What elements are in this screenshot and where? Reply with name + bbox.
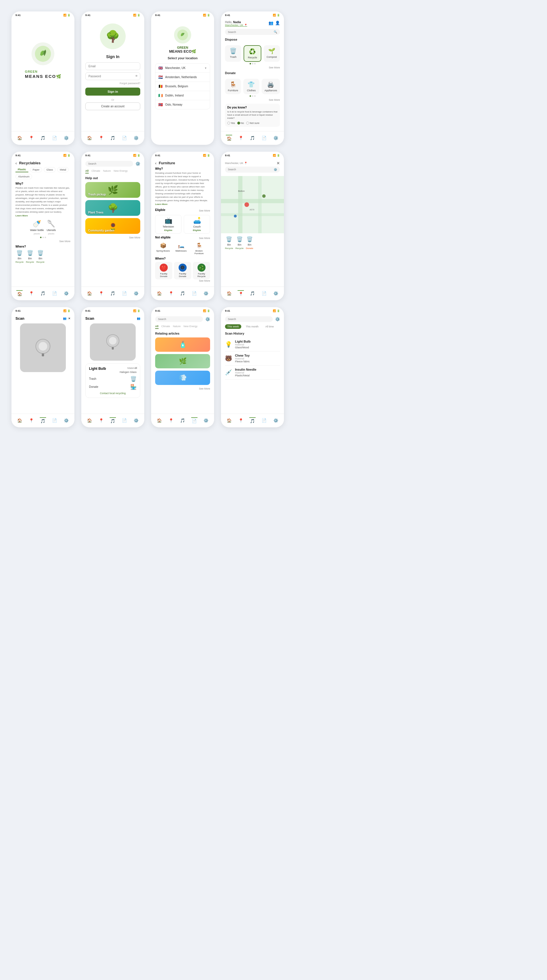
article-1[interactable]: 🌿 xyxy=(155,354,210,368)
location-item-4[interactable]: 🇳🇴 Oslo, Norway xyxy=(156,100,210,109)
dyk-yes[interactable]: Yes xyxy=(227,122,235,124)
donate-see-more[interactable]: See More xyxy=(225,99,280,101)
nav-news-2[interactable]: 📄 xyxy=(121,135,128,141)
nav-news-11[interactable]: 📄 xyxy=(191,417,197,423)
scan-share-icon[interactable]: 👥 xyxy=(63,317,67,320)
email-input[interactable] xyxy=(85,62,140,70)
nav-home-9[interactable]: 🏠 xyxy=(16,417,22,423)
tab-plastic[interactable]: Plastic xyxy=(16,167,28,172)
forgot-password[interactable]: Forgot password? xyxy=(85,82,140,85)
location-item-3[interactable]: 🇮🇪 Dublin, Ireland xyxy=(156,91,210,100)
nav-profile-5[interactable]: ⚙️ xyxy=(63,290,70,296)
action-trash-icon[interactable]: 🗑️ xyxy=(130,376,137,382)
articles-see-more[interactable]: See More xyxy=(155,387,210,390)
nav-profile-6[interactable]: ⚙️ xyxy=(133,290,139,296)
history-item-1[interactable]: 🐻 Chew Toy Material Fleece fabric xyxy=(225,352,280,366)
nav-profile-8[interactable]: ⚙️ xyxy=(273,290,279,296)
user-location[interactable]: Manchester, UK 📍 xyxy=(225,24,247,27)
nav-map-7[interactable]: 📍 xyxy=(168,290,174,296)
nav-profile-4[interactable]: ⚙️ xyxy=(273,135,279,141)
nav-profile-11[interactable]: ⚙️ xyxy=(203,417,209,423)
dyk-no[interactable]: No xyxy=(237,122,244,124)
nav-scan-5[interactable]: 🎵 xyxy=(40,290,46,296)
scan-close-icon[interactable]: ✕ xyxy=(68,317,70,320)
recyclables-see-more[interactable]: See More xyxy=(16,240,70,243)
nav-map-11[interactable]: 📍 xyxy=(168,417,174,423)
create-account-button[interactable]: Create an account xyxy=(85,102,140,110)
nav-scan-6[interactable]: 🎵 xyxy=(110,290,116,296)
map-close-btn[interactable]: ✕ xyxy=(277,161,280,165)
back-arrow[interactable]: ‹ xyxy=(16,161,17,165)
tab-nature[interactable]: Nature xyxy=(103,169,111,173)
nav-home-6[interactable]: 🏠 xyxy=(86,290,92,296)
articles-search[interactable] xyxy=(155,316,203,322)
donate-appliances[interactable]: 🖨️ Appliances xyxy=(262,79,280,94)
bin-recycle-1[interactable]: 🗑️ Bin Recycle xyxy=(16,250,24,263)
tab-paper[interactable]: Paper xyxy=(30,167,42,172)
tab-aluminum[interactable]: Aluminum xyxy=(16,174,32,179)
location-item-2[interactable]: 🇧🇪 Brussels, Belgium xyxy=(156,82,210,91)
learn-more-link[interactable]: Learn More xyxy=(16,215,28,217)
nav-news-7[interactable]: 📄 xyxy=(191,290,197,296)
nav-scan-7[interactable]: 🎵 xyxy=(180,290,186,296)
nav-news[interactable]: 📄 xyxy=(51,135,58,141)
helpout-search[interactable] xyxy=(85,161,133,167)
nav-news-6[interactable]: 📄 xyxy=(121,290,128,296)
map-filter-icon[interactable]: ⚙️ xyxy=(274,168,277,171)
signin-button[interactable]: Sign in xyxy=(85,88,140,95)
action-donate-icon[interactable]: 🏪 xyxy=(130,384,137,390)
nav-scan[interactable]: 🎵 xyxy=(40,135,46,141)
bin-recycle-3[interactable]: 🗑️ Bin Recycle xyxy=(37,250,45,263)
eye-icon[interactable]: 👁 xyxy=(135,75,138,78)
nav-scan-11[interactable]: 🎵 xyxy=(180,417,186,423)
nav-scan-9[interactable]: 🎵 xyxy=(40,417,46,423)
nav-profile-7[interactable]: ⚙️ xyxy=(203,290,209,296)
nav-map-4[interactable]: 📍 xyxy=(238,135,244,141)
dispose-trash[interactable]: 🗑️ Trash xyxy=(225,45,241,62)
nav-scan-10[interactable]: 🎵 xyxy=(110,417,116,423)
history-item-2[interactable]: 💉 Insulin Needle Material Plastic/Metal xyxy=(225,366,280,380)
result-close-icon[interactable]: ✕ xyxy=(135,366,138,370)
dispose-recycle[interactable]: ♻️ Recycle xyxy=(243,45,261,62)
nav-map-12[interactable]: 📍 xyxy=(238,417,244,423)
map-search-input[interactable] xyxy=(228,168,272,171)
eligible-see-more[interactable]: See More xyxy=(199,209,210,212)
nav-home-4[interactable]: 🏠 xyxy=(226,135,232,141)
dispose-see-more[interactable]: See More xyxy=(225,66,280,69)
nav-profile-10[interactable]: ⚙️ xyxy=(133,417,139,423)
nav-profile-9[interactable]: ⚙️ xyxy=(63,417,70,423)
nav-news-5[interactable]: 📄 xyxy=(51,290,58,296)
nav-news-8[interactable]: 📄 xyxy=(261,290,267,296)
tab-new-energy[interactable]: New Energy xyxy=(114,169,128,173)
helpout-card-garden[interactable]: 🌻 Community garden xyxy=(85,218,140,234)
articles-filter-icon[interactable]: ⚙️ xyxy=(205,317,210,321)
map-bin-donate[interactable]: 🗑️ Bin Recycle xyxy=(235,236,243,250)
facility-salvation[interactable]: ❤️ Facility Donate xyxy=(155,262,172,279)
tab-metal[interactable]: Metal xyxy=(57,167,69,172)
scan-share-icon-2[interactable]: 👥 xyxy=(137,317,140,320)
nav-profile-12[interactable]: ⚙️ xyxy=(273,417,279,423)
furniture-back[interactable]: ‹ xyxy=(155,161,157,165)
nav-home-7[interactable]: 🏠 xyxy=(156,290,162,296)
donate-clothes[interactable]: 👕 Clothes xyxy=(243,79,259,94)
dispose-compost[interactable]: 🌱 Compost xyxy=(264,45,280,62)
eligible-tv[interactable]: 📺 Television Eligible xyxy=(155,215,181,234)
facility-recycle[interactable]: ♻️ Facility Recycle xyxy=(193,262,210,279)
nav-news-4[interactable]: 📄 xyxy=(261,135,267,141)
nav-profile[interactable]: ⚙️ xyxy=(63,135,70,141)
nav-news-12[interactable]: 📄 xyxy=(261,417,267,423)
articles-tab-energy[interactable]: New Energy xyxy=(183,324,197,329)
helpout-card-trees[interactable]: 🌳 Plant Trees xyxy=(85,200,140,216)
nav-scan-4[interactable]: 🎵 xyxy=(249,135,256,141)
helpout-card-trash[interactable]: 🌿 Trash pickup xyxy=(85,182,140,198)
articles-tab-climate[interactable]: Climate xyxy=(161,324,170,329)
nav-map[interactable]: 📍 xyxy=(28,135,34,141)
nav-home-12[interactable]: 🏠 xyxy=(226,417,232,423)
nav-home[interactable]: 🏠 xyxy=(16,135,22,141)
nav-map-9[interactable]: 📍 xyxy=(28,417,34,423)
nav-map-2[interactable]: 📍 xyxy=(98,135,104,141)
dyk-notsure[interactable]: Not sure xyxy=(246,122,259,124)
week-this-week[interactable]: This week xyxy=(225,324,241,329)
map-bin-3[interactable]: 🗑️ Bin Donate xyxy=(246,236,253,250)
articles-tab-all[interactable]: All xyxy=(155,324,159,329)
